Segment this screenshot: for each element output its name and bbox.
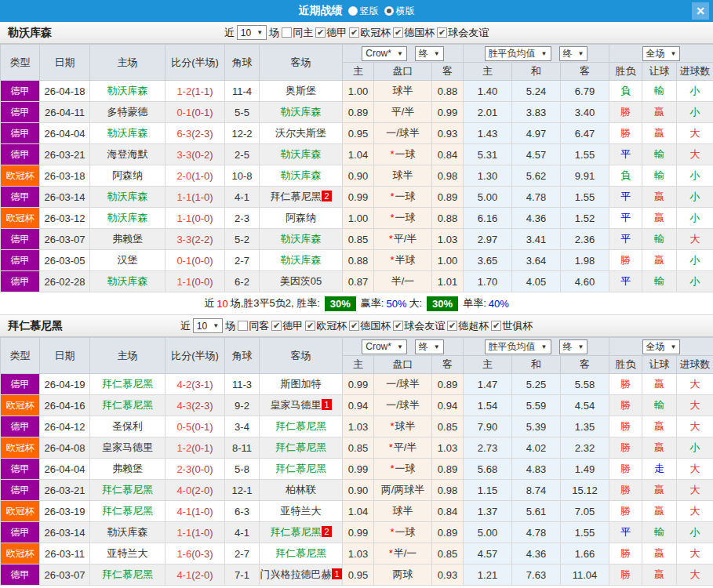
odds-win: 1.15 — [464, 480, 512, 501]
team-name-text: 拜仁慕尼黑 — [275, 463, 326, 474]
league-filter[interactable]: ✔球会友谊 — [437, 26, 489, 40]
odds-lose: 1.49 — [561, 459, 609, 480]
fulltime-select[interactable]: 全场▼ — [642, 46, 681, 61]
chevron-down-icon: ▼ — [434, 343, 440, 350]
handicap-home-odds: 0.90 — [343, 480, 374, 501]
odds-lose: 1.55 — [561, 187, 609, 208]
league-filter[interactable]: ✔德甲 — [271, 319, 303, 333]
score-cell: 1-1(1-0) — [166, 187, 225, 208]
date-cell: 26-03-18 — [40, 165, 90, 187]
stats-summary: 近10场,胜3平5负2, 胜率:30%赢率:50%大:30%单率:40% — [0, 292, 713, 315]
odds-draw: 4.57 — [512, 144, 561, 165]
bookmaker-select[interactable]: Crow*▼ — [362, 339, 407, 354]
league-filter[interactable]: ✔德甲 — [315, 26, 347, 40]
league-filter[interactable]: ✔德国杯 — [349, 319, 391, 333]
home-team-cell: 皇家马德里 — [90, 437, 166, 459]
sub-column-header: 进球数 — [677, 356, 713, 374]
team-name-text: 弗赖堡 — [112, 233, 143, 245]
corner-cell: 2-7 — [225, 543, 260, 564]
odds-win: 7.90 — [464, 416, 512, 437]
odds-win: 6.16 — [464, 208, 512, 229]
handicap-away-odds: 0.99 — [432, 102, 464, 123]
handicap-home-odds: 0.90 — [343, 165, 374, 187]
handicap-line: 球半 — [374, 501, 432, 522]
sub-column-header: 盘口 — [374, 356, 432, 374]
sub-column-header: 客 — [561, 356, 609, 374]
column-header: 日期 — [40, 338, 90, 374]
league-filter[interactable]: ✔欧冠杯 — [349, 26, 391, 40]
league-badge: 德甲 — [1, 144, 40, 165]
team-name-text: 拜仁慕尼黑 — [102, 505, 153, 517]
league-filter[interactable]: ✔德超杯 — [447, 319, 489, 333]
corner-cell: 6-2 — [225, 271, 260, 292]
league-filter[interactable]: ✔球会友谊 — [393, 319, 445, 333]
final-odds-select[interactable]: 终▼ — [559, 46, 588, 61]
final-odds-select[interactable]: 终▼ — [559, 339, 588, 354]
column-group-header: Crow*▼终▼ — [343, 45, 464, 63]
league-badge: 欧冠杯 — [1, 165, 40, 187]
score-cell: 3-3(2-2) — [166, 229, 225, 250]
final-odds-select-value: 终 — [419, 47, 428, 60]
wdl-average-select-value: 胜平负均值 — [489, 47, 536, 60]
result-wdl: 勝 — [609, 416, 642, 437]
radio-circle-selected-icon — [384, 6, 394, 16]
team-name-text: 勒沃库森 — [107, 127, 148, 139]
bookmaker-select[interactable]: Crow*▼ — [362, 46, 407, 61]
odds-draw: 8.74 — [512, 480, 561, 501]
wdl-average-select[interactable]: 胜平负均值▼ — [485, 46, 551, 61]
table-row: 德甲26-03-05汉堡0-1(0-0)2-7勒沃库森0.88*半球1.003.… — [1, 250, 713, 271]
column-header: 日期 — [40, 45, 90, 81]
date-cell: 26-04-12 — [40, 416, 90, 437]
result-handicap: 輸 — [642, 144, 677, 165]
page-title: 近期战绩 — [299, 4, 343, 18]
table-row: 德甲26-04-04勒沃库森6-3(2-3)12-2沃尔夫斯堡0.95一/球半0… — [1, 123, 713, 144]
home-team-cell: 阿森纳 — [90, 165, 166, 187]
fulltime-select[interactable]: 全场▼ — [642, 339, 681, 354]
table-row: 德甲26-04-12圣保利0-5(0-1)3-4拜仁慕尼黑1.03*球半0.85… — [1, 416, 713, 437]
league-filter[interactable]: ✔德国杯 — [393, 26, 435, 40]
checkbox-checked-icon: ✔ — [315, 27, 326, 38]
chevron-down-icon: ▼ — [541, 50, 547, 57]
corner-cell: 6-3 — [225, 501, 260, 522]
odds-win: 4.57 — [464, 543, 512, 564]
result-goals: 小 — [677, 522, 713, 543]
same-venue-filter-label: 同客 — [249, 319, 269, 333]
table-row: 德甲26-03-21拜仁慕尼黑4-0(2-0)12-1柏林联0.90两/两球半0… — [1, 480, 713, 501]
away-team-cell: 奥斯堡 — [260, 81, 343, 102]
handicap-line: 平/半 — [374, 102, 432, 123]
final-odds-select[interactable]: 终▼ — [415, 46, 444, 61]
handicap-line: 一/球半 — [374, 374, 432, 395]
league-filter-label: 德甲 — [282, 319, 303, 333]
date-cell: 26-04-11 — [40, 102, 90, 123]
chevron-down-icon: ▼ — [213, 322, 219, 329]
date-cell: 26-03-05 — [40, 250, 90, 271]
wdl-average-select[interactable]: 胜平负均值▼ — [485, 339, 551, 354]
handicap-away-odds: 1.03 — [432, 437, 464, 459]
result-goals: 小 — [677, 250, 713, 271]
card-count-badge: 2 — [322, 191, 331, 201]
result-handicap: 輸 — [642, 165, 677, 187]
handicap-line: *一球 — [374, 522, 432, 543]
chevron-down-icon: ▼ — [578, 50, 584, 57]
corner-cell: 3-4 — [225, 416, 260, 437]
result-wdl: 勝 — [609, 459, 642, 480]
odds-draw: 4.02 — [512, 437, 561, 459]
close-icon[interactable]: ✕ — [692, 2, 709, 20]
league-filter[interactable]: ✔世俱杯 — [491, 319, 533, 333]
league-badge: 德甲 — [1, 123, 40, 144]
league-filter[interactable]: ✔欧冠杯 — [305, 319, 347, 333]
home-team-cell: 拜仁慕尼黑 — [90, 374, 166, 395]
same-venue-filter[interactable]: 同主 — [282, 26, 313, 40]
match-count-select[interactable]: 10▼ — [193, 318, 223, 333]
team-name-text: 勒沃库森 — [107, 191, 148, 202]
radio-vertical-layout[interactable]: 竖版 — [348, 5, 379, 18]
final-odds-select[interactable]: 终▼ — [415, 339, 444, 354]
sub-column-header: 主 — [343, 63, 374, 81]
home-team-cell: 汉堡 — [90, 250, 166, 271]
result-goals: 大 — [677, 123, 713, 144]
handicap-home-odds: 0.95 — [343, 564, 374, 586]
radio-horizontal-layout[interactable]: 横版 — [384, 5, 415, 18]
match-count-select[interactable]: 10▼ — [237, 25, 267, 40]
final-odds-select-value: 终 — [563, 47, 573, 60]
same-venue-filter[interactable]: 同客 — [238, 319, 269, 333]
